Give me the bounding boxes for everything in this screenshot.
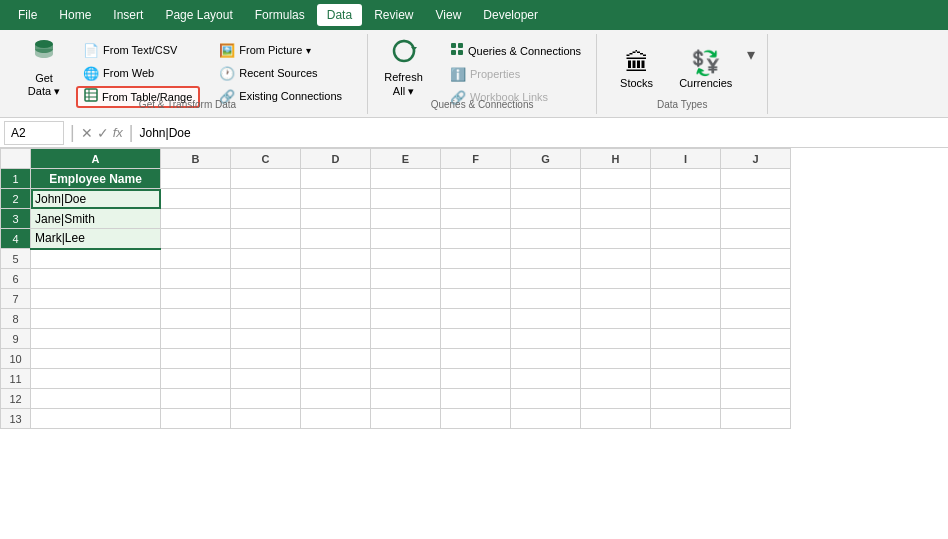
cell-a7[interactable] (31, 289, 161, 309)
menu-developer[interactable]: Developer (473, 4, 548, 26)
cell-d4[interactable] (301, 229, 371, 249)
cell-j1[interactable] (721, 169, 791, 189)
row-header-2[interactable]: 2 (1, 189, 31, 209)
col-header-c[interactable]: C (231, 149, 301, 169)
row-header-12[interactable]: 12 (1, 389, 31, 409)
cell-a5[interactable] (31, 249, 161, 269)
row-header-11[interactable]: 11 (1, 369, 31, 389)
cell-e2[interactable] (371, 189, 441, 209)
cell-f3[interactable] (441, 209, 511, 229)
cell-c4[interactable] (231, 229, 301, 249)
row-header-5[interactable]: 5 (1, 249, 31, 269)
cell-c3[interactable] (231, 209, 301, 229)
properties-icon: ℹ️ (450, 67, 466, 82)
confirm-formula-icon[interactable]: ✓ (97, 125, 109, 141)
menu-formulas[interactable]: Formulas (245, 4, 315, 26)
cell-h3[interactable] (581, 209, 651, 229)
col-header-f[interactable]: F (441, 149, 511, 169)
data-types-more[interactable]: ▾ (747, 41, 755, 97)
row-header-8[interactable]: 8 (1, 309, 31, 329)
cell-d3[interactable] (301, 209, 371, 229)
cell-h2[interactable] (581, 189, 651, 209)
cell-b2[interactable] (161, 189, 231, 209)
row-header-6[interactable]: 6 (1, 269, 31, 289)
queries-connections-label: Queries & Connections (468, 45, 581, 57)
col-header-b[interactable]: B (161, 149, 231, 169)
currencies-button[interactable]: 💱 Currencies (672, 41, 739, 97)
cell-d2[interactable] (301, 189, 371, 209)
svg-rect-6 (451, 43, 456, 48)
cell-a4[interactable]: Mark|Lee (31, 229, 161, 249)
cell-g2[interactable] (511, 189, 581, 209)
table-row: 3 Jane|Smith (1, 209, 791, 229)
menu-home[interactable]: Home (49, 4, 101, 26)
cell-a1[interactable]: Employee Name (31, 169, 161, 189)
col-header-i[interactable]: I (651, 149, 721, 169)
menu-page-layout[interactable]: Page Layout (155, 4, 242, 26)
from-text-csv-button[interactable]: 📄 From Text/CSV (76, 40, 200, 61)
col-header-e[interactable]: E (371, 149, 441, 169)
row-header-10[interactable]: 10 (1, 349, 31, 369)
row-header-1[interactable]: 1 (1, 169, 31, 189)
svg-marker-5 (411, 47, 417, 51)
cell-a2[interactable]: John|Doe (31, 189, 161, 209)
cell-reference-input[interactable] (4, 121, 64, 145)
menu-file[interactable]: File (8, 4, 47, 26)
row-header-3[interactable]: 3 (1, 209, 31, 229)
cell-j3[interactable] (721, 209, 791, 229)
get-transform-label: Get & Transform Data (16, 97, 359, 110)
cell-b1[interactable] (161, 169, 231, 189)
cell-h1[interactable] (581, 169, 651, 189)
row-header-7[interactable]: 7 (1, 289, 31, 309)
col-header-h[interactable]: H (581, 149, 651, 169)
row-header-9[interactable]: 9 (1, 329, 31, 349)
cell-i4[interactable] (651, 229, 721, 249)
cell-i1[interactable] (651, 169, 721, 189)
cell-f4[interactable] (441, 229, 511, 249)
cell-a3[interactable]: Jane|Smith (31, 209, 161, 229)
cell-c1[interactable] (231, 169, 301, 189)
properties-button[interactable]: ℹ️ Properties (443, 64, 588, 85)
get-data-button[interactable]: GetData ▾ (16, 40, 72, 96)
cancel-formula-icon[interactable]: ✕ (81, 125, 93, 141)
queries-connections-button[interactable]: Queries & Connections (443, 40, 588, 62)
cell-b3[interactable] (161, 209, 231, 229)
from-web-button[interactable]: 🌐 From Web (76, 63, 200, 84)
col-header-g[interactable]: G (511, 149, 581, 169)
recent-sources-button[interactable]: 🕐 Recent Sources (212, 63, 349, 84)
insert-function-icon[interactable]: fx (113, 125, 123, 140)
menu-data[interactable]: Data (317, 4, 362, 26)
cell-f2[interactable] (441, 189, 511, 209)
col-header-d[interactable]: D (301, 149, 371, 169)
cell-g3[interactable] (511, 209, 581, 229)
cell-f1[interactable] (441, 169, 511, 189)
cell-h4[interactable] (581, 229, 651, 249)
row-header-13[interactable]: 13 (1, 409, 31, 429)
cell-e1[interactable] (371, 169, 441, 189)
refresh-all-button[interactable]: RefreshAll ▾ (376, 40, 431, 96)
cell-j2[interactable] (721, 189, 791, 209)
cell-a6[interactable] (31, 269, 161, 289)
stocks-button[interactable]: 🏛 Stocks (609, 41, 664, 97)
menu-view[interactable]: View (426, 4, 472, 26)
col-header-a[interactable]: A (31, 149, 161, 169)
cell-j4[interactable] (721, 229, 791, 249)
cell-i3[interactable] (651, 209, 721, 229)
cell-e3[interactable] (371, 209, 441, 229)
cell-g4[interactable] (511, 229, 581, 249)
small-buttons-col1: 📄 From Text/CSV 🌐 From Web From Table/Ra… (76, 40, 200, 96)
from-text-csv-label: From Text/CSV (103, 44, 177, 56)
col-header-j[interactable]: J (721, 149, 791, 169)
cell-d1[interactable] (301, 169, 371, 189)
menu-review[interactable]: Review (364, 4, 423, 26)
cell-g1[interactable] (511, 169, 581, 189)
cell-c2[interactable] (231, 189, 301, 209)
from-picture-label: From Picture (239, 44, 302, 56)
cell-b4[interactable] (161, 229, 231, 249)
from-picture-button[interactable]: 🖼️ From Picture ▾ (212, 40, 349, 61)
cell-e4[interactable] (371, 229, 441, 249)
table-row: 12 (1, 389, 791, 409)
row-header-4[interactable]: 4 (1, 229, 31, 249)
cell-i2[interactable] (651, 189, 721, 209)
menu-insert[interactable]: Insert (103, 4, 153, 26)
